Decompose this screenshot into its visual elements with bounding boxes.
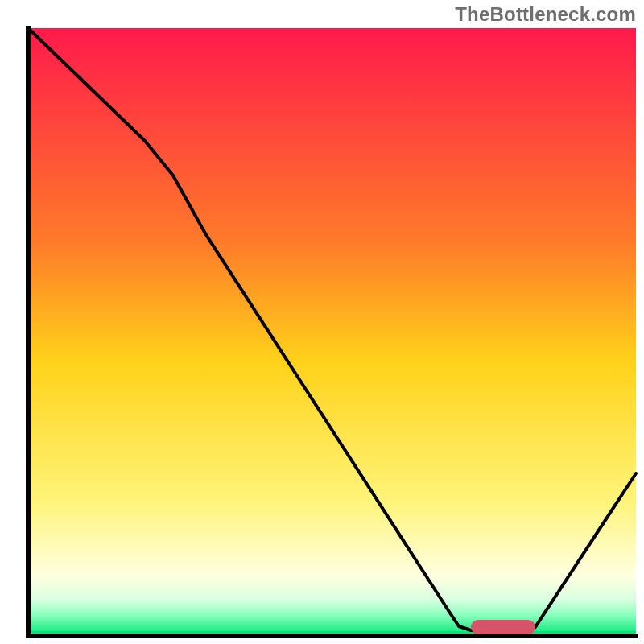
bottleneck-chart	[0, 0, 644, 644]
watermark-text: TheBottleneck.com	[455, 3, 636, 26]
plot-background	[28, 28, 636, 636]
optimum-marker	[471, 620, 535, 634]
chart-stage: TheBottleneck.com	[0, 0, 644, 644]
